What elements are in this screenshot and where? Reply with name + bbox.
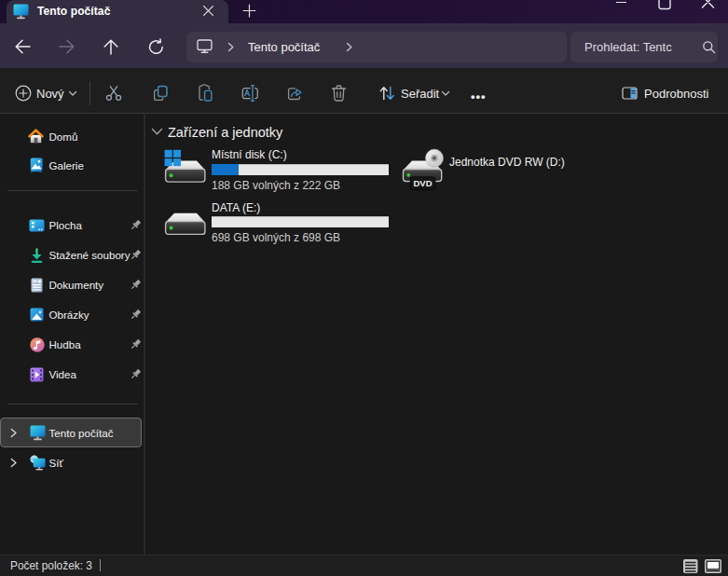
svg-text:DVD: DVD <box>413 178 432 188</box>
